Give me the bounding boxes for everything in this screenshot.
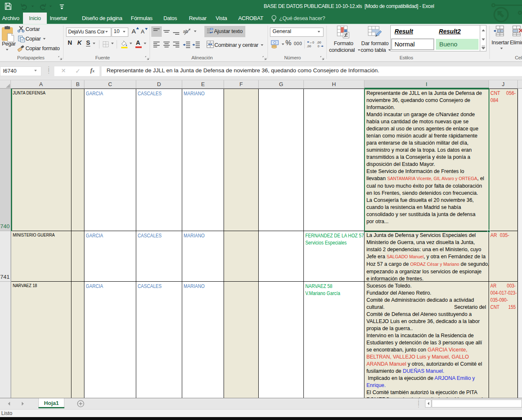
svg-text:←0: ←0 [309, 41, 314, 44]
svg-text:,00: ,00 [307, 44, 311, 48]
svg-text:,00: ,00 [317, 41, 321, 44]
svg-text:0: 0 [318, 44, 319, 48]
